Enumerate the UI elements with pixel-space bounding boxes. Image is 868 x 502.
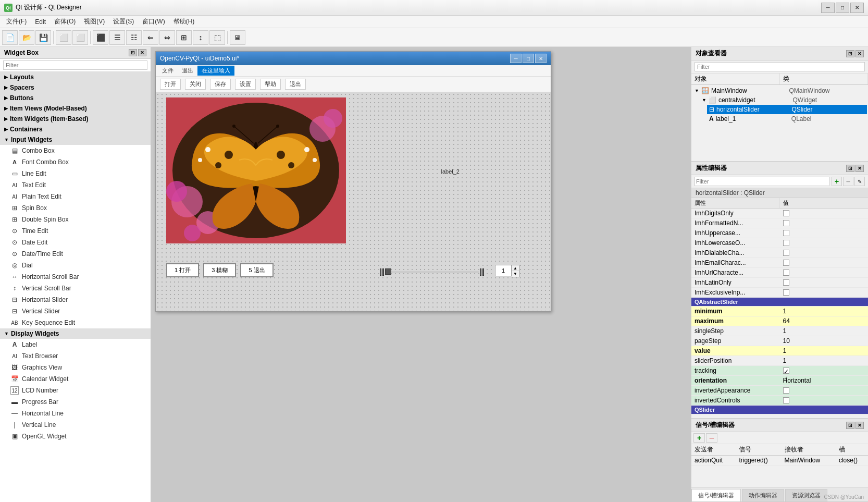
obj-inspector-close-btn[interactable]: ✕ [855,50,864,57]
widget-item-text-browser[interactable]: AI Text Browser [0,350,151,362]
prop-val-tracking[interactable]: ✓ [780,366,869,376]
designer-close-btn[interactable]: ✕ [535,54,547,63]
widget-item-h-slider[interactable]: ⊟ Horizontal Slider [0,294,151,305]
prop-editor-float-btn[interactable]: ⊡ [846,165,854,172]
imh-lower-checkbox[interactable] [783,240,789,246]
prop-edit-btn[interactable]: ✎ [854,177,865,186]
toolbar-widget[interactable]: ⬛ [93,30,108,45]
widget-item-datetime-edit[interactable]: ⊙ Date/Time Edit [0,248,151,260]
widget-item-lcd-number[interactable]: 12 LCD Number [0,385,151,396]
signal-editor-float-btn[interactable]: ⊡ [846,422,854,429]
imh-exclusive-checkbox[interactable] [783,289,789,296]
prop-remove-btn[interactable]: ─ [843,177,853,186]
prop-row-imh-url[interactable]: ImhUrlCharacte... [691,268,868,278]
canvas-blur-btn[interactable]: 3 模糊 [203,263,236,277]
prop-row-sliderpos[interactable]: sliderPosition 1 [691,356,868,366]
toolbar-btn7[interactable]: ☰ [109,30,125,45]
prop-row-inv-appearance[interactable]: invertedAppearance [691,386,868,396]
widget-item-h-scrollbar[interactable]: ↔ Horizontal Scroll Bar [0,271,151,283]
prop-val-inv-appearance[interactable] [780,386,869,396]
designer-close2-btn[interactable]: 关闭 [185,79,206,90]
designer-minimize-btn[interactable]: ─ [510,54,522,63]
toolbar-btn8[interactable]: ☷ [126,30,142,45]
toolbar-new[interactable]: 📄 [2,30,18,45]
prop-row-inv-controls[interactable]: invertedControls [691,396,868,406]
imh-upper-checkbox[interactable] [783,230,789,236]
prop-row-imh-formatted[interactable]: ImhFormattedN... [691,218,868,228]
prop-row-maximum[interactable]: maximum 64 [691,316,868,326]
prop-val-imh-formatted[interactable] [780,218,869,228]
widget-item-combo-box[interactable]: ▤ Combo Box [0,145,151,156]
prop-val-imh-lower[interactable] [780,238,869,248]
spinbox-up-btn[interactable]: ▲ [512,265,519,271]
menu-help[interactable]: 帮助(H) [169,16,199,27]
obj-inspector-header-btns[interactable]: ⊡ ✕ [846,50,864,57]
title-bar-controls[interactable]: ─ □ ✕ [821,3,864,13]
obj-inspector-filter-input[interactable] [695,62,865,71]
obj-inspector-float-btn[interactable]: ⊡ [846,50,854,57]
prop-val-imh-exclusive[interactable] [780,288,869,298]
designer-open-btn[interactable]: 打开 [160,79,181,90]
designer-help-btn[interactable]: 帮助 [260,79,281,90]
widget-box-float-btn[interactable]: ⊡ [129,49,137,56]
prop-row-minimum[interactable]: minimum 1 [691,307,868,316]
signal-remove-btn[interactable]: ─ [706,433,717,443]
prop-val-sliderpos[interactable]: 1 [780,356,869,366]
designer-settings-btn[interactable]: 设置 [235,79,256,90]
widget-item-line-edit[interactable]: ▭ Line Edit [0,168,151,179]
tree-item-h-slider[interactable]: ⊟ horizontalSlider QSlider [707,105,867,114]
prop-add-btn[interactable]: + [832,177,842,186]
designer-title-btns[interactable]: ─ □ ✕ [510,54,547,63]
toolbar-btn5[interactable]: ⬜ [72,30,88,45]
widget-item-graphics-view[interactable]: 🖼 Graphics View [0,362,151,373]
toolbar-open[interactable]: 📂 [19,30,34,45]
menu-edit[interactable]: Edit [31,17,50,27]
section-containers[interactable]: ▶ Containers [0,124,151,134]
widget-item-v-slider[interactable]: ⊟ Vertical Slider [0,305,151,317]
widget-item-opengl[interactable]: ▣ OpenGL Widget [0,431,151,442]
toolbar-btn10[interactable]: ⇔ [159,30,175,45]
designer-exit-btn[interactable]: 退出 [285,79,306,90]
widget-item-dial[interactable]: ◎ Dial [0,260,151,271]
prop-row-imh-digits[interactable]: ImhDigitsOnly [691,209,868,218]
imh-latin-checkbox[interactable] [783,279,789,286]
prop-row-imh-email[interactable]: ImhEmailCharac... [691,258,868,268]
prop-val-inv-controls[interactable] [780,396,869,406]
tab-action-editor[interactable]: 动作编辑器 [742,489,784,501]
prop-row-imh-latin[interactable]: ImhLatinOnly [691,278,868,288]
designer-canvas[interactable]: label_2 1 打开 3 模糊 5 退出 [156,92,551,311]
inv-appearance-checkbox[interactable] [783,387,789,394]
prop-val-maximum[interactable]: 64 [780,316,869,326]
widget-item-key-sequence-edit[interactable]: AB Key Sequence Edit [0,317,151,328]
prop-val-singlestep[interactable]: 1 [780,326,869,336]
designer-menu-file[interactable]: 文件 [158,66,178,76]
slider-track[interactable] [385,271,479,273]
section-item-views[interactable]: ▶ Item Views (Model-Based) [0,103,151,114]
widget-item-v-line[interactable]: | Vertical Line [0,419,151,431]
prop-val-imh-dialable[interactable] [780,248,869,258]
widget-item-progress-bar[interactable]: ▬ Progress Bar [0,396,151,408]
spinbox-input[interactable] [495,265,512,276]
section-spacers[interactable]: ▶ Spacers [0,82,151,93]
imh-digits-checkbox[interactable] [783,210,789,216]
signal-editor-header-btns[interactable]: ⊡ ✕ [846,422,864,429]
section-display-widgets[interactable]: ▼ Display Widgets [0,328,151,339]
prop-val-imh-email[interactable] [780,258,869,268]
prop-row-imh-dialable[interactable]: ImhDialableCha... [691,248,868,258]
section-layouts[interactable]: ▶ Layouts [0,72,151,82]
toolbar-btn4[interactable]: ⬜ [56,30,71,45]
designer-menu-input[interactable]: 在这里输入 [197,66,234,76]
toolbar-preview[interactable]: 🖥 [230,30,245,45]
slider-handle[interactable] [385,268,391,275]
signal-editor-close-btn[interactable]: ✕ [855,422,864,429]
tab-signal-editor[interactable]: 信号/槽编辑器 [691,489,741,501]
prop-val-imh-digits[interactable] [780,209,869,218]
prop-row-imh-lower[interactable]: ImhLowercaseO... [691,238,868,248]
prop-editor-close-btn[interactable]: ✕ [855,165,864,172]
prop-editor-header-btns[interactable]: ⊡ ✕ [846,165,864,172]
widget-item-h-line[interactable]: — Horizontal Line [0,408,151,419]
tree-item-centralwidget[interactable]: ▼ ⬜ centralwidget QWidget [700,95,867,105]
prop-val-minimum[interactable]: 1 [780,307,869,316]
imh-email-checkbox[interactable] [783,260,789,266]
close-button[interactable]: ✕ [850,3,864,13]
